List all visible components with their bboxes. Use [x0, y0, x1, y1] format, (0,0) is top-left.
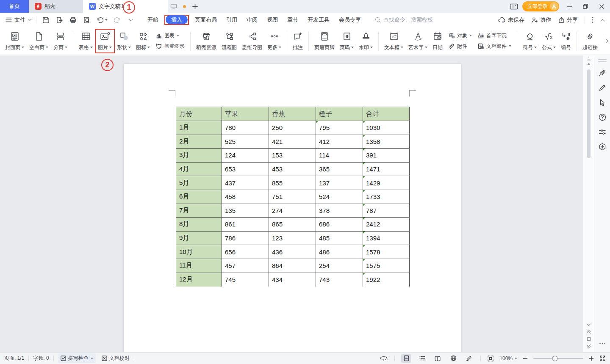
- table-cell[interactable]: 254: [316, 259, 363, 273]
- table-header-cell[interactable]: 月份: [176, 107, 222, 121]
- table-cell[interactable]: 153: [269, 149, 316, 163]
- zoom-in-button[interactable]: [589, 356, 594, 361]
- fullscreen-button[interactable]: [599, 355, 606, 361]
- table-header-cell[interactable]: 苹果: [222, 107, 269, 121]
- table-cell[interactable]: 434: [269, 273, 316, 287]
- zoom-slider-thumb[interactable]: [552, 356, 557, 361]
- watermark-button[interactable]: 水印: [356, 29, 375, 53]
- tab-docer[interactable]: 稻壳: [29, 0, 83, 13]
- redo-button[interactable]: [113, 16, 121, 24]
- fit-page-icon[interactable]: [487, 355, 494, 362]
- table-cell[interactable]: 274: [269, 204, 316, 218]
- icons-button[interactable]: 图标: [133, 29, 152, 53]
- table-cell[interactable]: 653: [222, 162, 269, 176]
- save-status[interactable]: 未保存: [498, 16, 524, 24]
- numbering-button[interactable]: 编号: [558, 29, 574, 53]
- table-cell[interactable]: 412: [316, 135, 363, 149]
- share-button[interactable]: 分享: [558, 16, 578, 24]
- page-count[interactable]: 页面: 1/1: [4, 355, 24, 362]
- print-preview-button[interactable]: [83, 16, 91, 24]
- blank-page-button[interactable]: 空白页: [27, 29, 51, 53]
- table-cell[interactable]: 437: [222, 176, 269, 190]
- table-cell[interactable]: 2412: [363, 218, 410, 232]
- web-layout-button[interactable]: [448, 354, 458, 363]
- zoom-out-button[interactable]: [523, 356, 528, 361]
- text-box-button[interactable]: A 文本框: [382, 29, 406, 53]
- object-button[interactable]: 对象: [448, 32, 472, 39]
- menu-tab-section[interactable]: 章节: [283, 14, 303, 25]
- document-area[interactable]: 月份 苹果 香蕉 橙子 合计 1月78025079510302月52542141…: [0, 55, 583, 352]
- table-cell[interactable]: 524: [316, 190, 363, 204]
- scroll-down-arrow[interactable]: [586, 323, 591, 326]
- table-cell[interactable]: 787: [363, 204, 410, 218]
- chart-button[interactable]: 图表: [155, 32, 185, 39]
- drop-cap-button[interactable]: A 首字下沉: [477, 32, 511, 39]
- table-cell[interactable]: 485: [316, 231, 363, 245]
- table-cell[interactable]: 1575: [363, 259, 410, 273]
- more-insert-button[interactable]: 更多: [265, 29, 284, 53]
- table-cell[interactable]: 124: [222, 149, 269, 163]
- menu-tab-references[interactable]: 引用: [222, 14, 242, 25]
- zoom-level[interactable]: 100%: [499, 356, 517, 361]
- table-cell[interactable]: 1733: [363, 190, 410, 204]
- minimize-button[interactable]: [563, 1, 575, 11]
- new-tab-button[interactable]: [192, 3, 198, 10]
- table-cell[interactable]: 1030: [363, 121, 410, 135]
- doc-parts-button[interactable]: 文档部件: [477, 43, 511, 50]
- select-browse-object-button[interactable]: [587, 337, 591, 341]
- close-button[interactable]: [596, 1, 607, 11]
- page-break-button[interactable]: 分页: [51, 29, 70, 53]
- table-cell[interactable]: 795: [316, 121, 363, 135]
- table-cell[interactable]: 865: [269, 218, 316, 232]
- table-cell[interactable]: 123: [269, 231, 316, 245]
- table-cell[interactable]: 686: [316, 218, 363, 232]
- table-cell[interactable]: 1358: [363, 135, 410, 149]
- header-footer-button[interactable]: 页眉页脚: [312, 29, 337, 53]
- table-cell[interactable]: 391: [363, 149, 410, 163]
- document-page[interactable]: 月份 苹果 香蕉 橙子 合计 1月78025079510302月52542141…: [124, 64, 461, 352]
- table-cell[interactable]: 365: [316, 162, 363, 176]
- smart-graphics-button[interactable]: 智能图形: [155, 43, 185, 50]
- table-cell[interactable]: 3月: [176, 149, 222, 163]
- date-button[interactable]: 日期: [430, 29, 445, 53]
- undo-button[interactable]: [96, 16, 104, 24]
- table-cell[interactable]: 786: [222, 231, 269, 245]
- table-button[interactable]: 表格: [76, 29, 95, 53]
- table-cell[interactable]: 751: [269, 190, 316, 204]
- table-cell[interactable]: 9月: [176, 231, 222, 245]
- ribbon-expand-chevron[interactable]: [604, 33, 610, 49]
- page-view-button[interactable]: [401, 354, 411, 363]
- sidebar-more-icon[interactable]: [598, 339, 607, 348]
- file-menu[interactable]: 文件: [0, 16, 36, 24]
- table-cell[interactable]: 250: [269, 121, 316, 135]
- picture-button[interactable]: 图片: [95, 29, 114, 53]
- scroll-up-arrow[interactable]: [587, 63, 591, 65]
- table-header-cell[interactable]: 合计: [363, 107, 410, 121]
- export-pdf-button[interactable]: [55, 16, 64, 24]
- table-cell[interactable]: 1429: [363, 176, 410, 190]
- shapes-button[interactable]: 形状: [114, 29, 133, 53]
- table-header-cell[interactable]: 橙子: [316, 107, 363, 121]
- table-cell[interactable]: 458: [222, 190, 269, 204]
- table-cell[interactable]: 7月: [176, 204, 222, 218]
- table-cell[interactable]: 1578: [363, 245, 410, 259]
- table-cell[interactable]: 525: [222, 135, 269, 149]
- table-cell[interactable]: 114: [316, 149, 363, 163]
- menu-tab-member[interactable]: 会员专享: [334, 14, 366, 25]
- table-cell[interactable]: 135: [222, 204, 269, 218]
- table-cell[interactable]: 1月: [176, 121, 222, 135]
- table-cell[interactable]: 656: [222, 245, 269, 259]
- customize-toolbar-icon[interactable]: [127, 16, 135, 24]
- ink-pen-button[interactable]: [464, 354, 474, 363]
- next-page-button[interactable]: [586, 344, 591, 349]
- comment-button[interactable]: 批注: [290, 29, 305, 53]
- outline-view-button[interactable]: [417, 354, 427, 363]
- table-cell[interactable]: 780: [222, 121, 269, 135]
- spell-check-toggle[interactable]: 拼写检查: [58, 353, 96, 363]
- table-cell[interactable]: 10月: [176, 245, 222, 259]
- table-cell[interactable]: 486: [316, 245, 363, 259]
- help-icon[interactable]: [598, 113, 607, 121]
- table-cell[interactable]: 6月: [176, 190, 222, 204]
- table-cell[interactable]: 864: [269, 259, 316, 273]
- select-cursor-icon[interactable]: [598, 98, 607, 107]
